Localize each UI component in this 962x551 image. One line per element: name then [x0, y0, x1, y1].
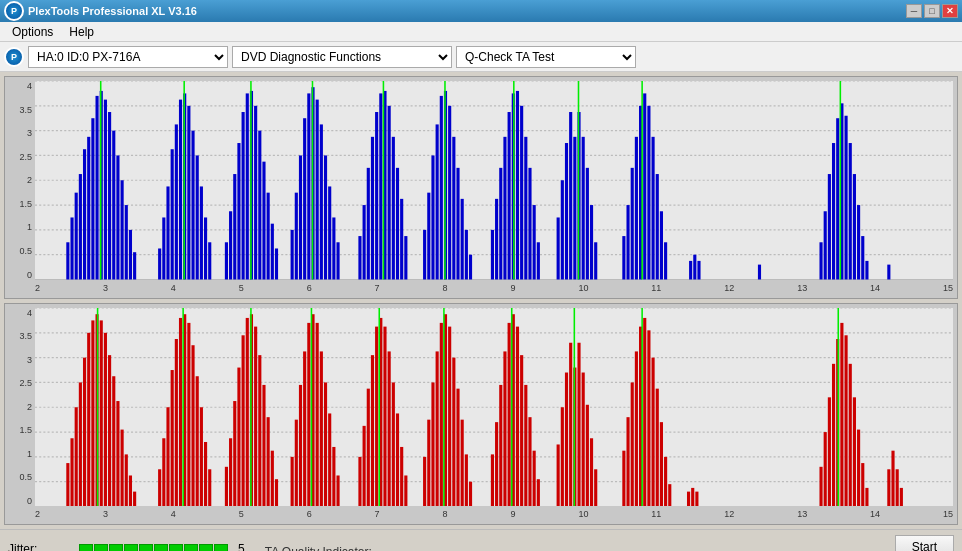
svg-rect-79 [436, 124, 439, 279]
svg-rect-126 [824, 211, 827, 279]
jitter-led-bar [79, 544, 228, 552]
metrics-section: Jitter: 5 Peak Shift: [8, 542, 245, 552]
top-chart-inner [35, 81, 953, 280]
svg-rect-221 [396, 413, 399, 506]
title-bar-controls[interactable]: ─ □ ✕ [906, 4, 958, 18]
svg-rect-90 [499, 168, 502, 280]
svg-rect-269 [668, 484, 671, 506]
svg-rect-257 [594, 469, 597, 506]
minimize-button[interactable]: ─ [906, 4, 922, 18]
svg-rect-235 [469, 481, 472, 506]
svg-rect-248 [557, 444, 560, 506]
svg-rect-96 [524, 137, 527, 280]
svg-rect-11 [75, 193, 78, 280]
svg-rect-9 [66, 242, 69, 279]
menu-help[interactable]: Help [61, 23, 102, 41]
svg-rect-61 [328, 186, 331, 279]
svg-rect-102 [565, 143, 568, 279]
drive-select[interactable]: HA:0 ID:0 PX-716A [28, 46, 228, 68]
svg-rect-245 [528, 417, 531, 506]
svg-rect-33 [187, 106, 190, 280]
svg-rect-216 [375, 326, 378, 506]
svg-rect-76 [423, 230, 426, 280]
svg-rect-26 [158, 248, 161, 279]
svg-rect-284 [865, 487, 868, 506]
svg-rect-16 [96, 96, 99, 280]
jitter-led-2 [94, 544, 108, 552]
svg-rect-109 [594, 242, 597, 279]
svg-rect-95 [520, 106, 523, 280]
svg-rect-127 [828, 174, 831, 279]
maximize-button[interactable]: □ [924, 4, 940, 18]
svg-rect-176 [166, 407, 169, 506]
svg-rect-260 [631, 382, 634, 506]
main-content: 4 3.5 3 2.5 2 1.5 1 0.5 0 [0, 72, 962, 529]
svg-rect-169 [116, 401, 119, 506]
svg-rect-259 [626, 417, 629, 506]
svg-rect-230 [448, 326, 451, 506]
svg-rect-195 [258, 355, 261, 506]
controls-panel: Jitter: 5 Peak Shift: [0, 529, 962, 551]
svg-rect-69 [379, 93, 382, 279]
svg-rect-121 [689, 261, 692, 280]
svg-rect-106 [582, 137, 585, 280]
svg-rect-206 [316, 322, 319, 506]
svg-rect-187 [225, 466, 228, 506]
app-icon: P [4, 1, 24, 21]
title-bar-left: P PlexTools Professional XL V3.16 [4, 1, 197, 21]
jitter-row: Jitter: 5 [8, 542, 245, 552]
svg-rect-171 [125, 454, 128, 506]
jitter-led-1 [79, 544, 93, 552]
svg-rect-99 [537, 242, 540, 279]
svg-rect-200 [291, 456, 294, 506]
svg-rect-224 [423, 456, 426, 506]
menu-options[interactable]: Options [4, 23, 61, 41]
svg-rect-258 [622, 450, 625, 506]
svg-rect-181 [187, 322, 190, 506]
svg-rect-167 [108, 355, 111, 506]
ta-quality-section: TA Quality Indicator: Excellent [265, 545, 372, 552]
svg-rect-23 [125, 205, 128, 279]
close-button[interactable]: ✕ [942, 4, 958, 18]
svg-rect-91 [503, 137, 506, 280]
svg-rect-268 [664, 456, 667, 506]
svg-rect-233 [461, 419, 464, 506]
svg-rect-116 [647, 106, 650, 280]
jitter-led-8 [184, 544, 198, 552]
svg-rect-39 [225, 242, 228, 279]
svg-rect-215 [371, 355, 374, 506]
svg-rect-197 [267, 417, 270, 506]
svg-rect-92 [508, 112, 511, 279]
svg-rect-56 [307, 93, 310, 279]
svg-rect-52 [291, 230, 294, 280]
svg-rect-184 [200, 407, 203, 506]
svg-rect-276 [832, 363, 835, 506]
svg-rect-162 [87, 332, 90, 506]
svg-rect-247 [537, 479, 540, 506]
svg-rect-199 [275, 479, 278, 506]
jitter-led-9 [199, 544, 213, 552]
svg-rect-238 [499, 384, 502, 506]
svg-rect-14 [87, 137, 90, 280]
svg-rect-27 [162, 217, 165, 279]
top-chart-x-axis: 2 3 4 5 6 7 8 9 10 11 12 13 14 15 [35, 280, 953, 296]
test-select[interactable]: Q-Check TA Test [456, 46, 636, 68]
jitter-label: Jitter: [8, 542, 73, 552]
function-select[interactable]: DVD Diagnostic Functions [232, 46, 452, 68]
svg-rect-204 [307, 322, 310, 506]
svg-rect-283 [861, 463, 864, 506]
svg-rect-18 [104, 100, 107, 280]
menu-bar: Options Help [0, 22, 962, 42]
svg-rect-104 [573, 137, 576, 280]
start-button[interactable]: Start [895, 535, 954, 552]
svg-rect-218 [383, 326, 386, 506]
svg-rect-20 [112, 131, 115, 280]
svg-rect-35 [196, 155, 199, 279]
svg-rect-58 [316, 100, 319, 280]
svg-rect-25 [133, 252, 136, 279]
svg-rect-182 [191, 345, 194, 506]
svg-rect-68 [375, 112, 378, 279]
svg-rect-111 [626, 205, 629, 279]
svg-rect-266 [656, 388, 659, 506]
svg-rect-267 [660, 422, 663, 506]
